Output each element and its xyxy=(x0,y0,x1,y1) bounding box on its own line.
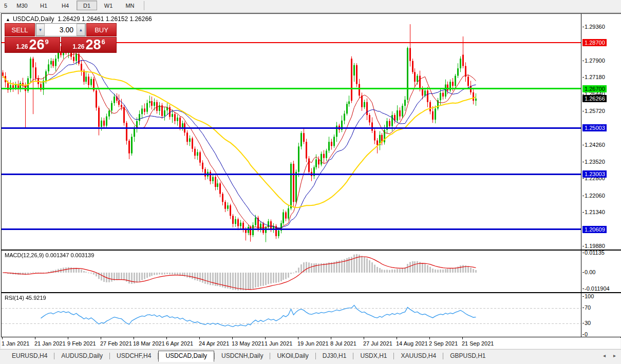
rsi-axis-label: 30 xyxy=(585,320,591,326)
time-axis-label: 2 Sep 2021 xyxy=(429,340,458,347)
buy-button[interactable]: BUY xyxy=(86,23,117,36)
time-axis-label: 21 Sep 2021 xyxy=(462,340,494,347)
price-badge-red: 1.28700 xyxy=(582,39,607,46)
sell-button[interactable]: SELL xyxy=(5,23,35,36)
chart-tabs: EURUSD,H4AUDUSD,DailyUSDCHF,H4USDCAD,Dai… xyxy=(5,351,493,362)
timeframe-button-mn[interactable]: MN xyxy=(120,1,140,10)
buy-price-box[interactable]: 1.26 28 6 xyxy=(61,37,117,53)
time-axis-label: 1 Jan 2021 xyxy=(2,340,29,347)
time-axis-label: 9 Feb 2021 xyxy=(67,340,96,347)
macd-axis-label: -0.011904 xyxy=(585,285,610,292)
time-axis-tick xyxy=(364,337,364,339)
collapse-panel-icon[interactable]: ▲ xyxy=(6,17,10,22)
time-axis-label: 14 Aug 2021 xyxy=(396,340,428,347)
rsi-axis-label: 70 xyxy=(585,304,591,311)
timeframe-button-d1[interactable]: D1 xyxy=(77,1,97,10)
sell-price-big: 26 xyxy=(29,38,45,52)
chart-tab-gbpusd[interactable]: GBPUSD,H1 xyxy=(443,351,492,361)
time-axis-tick xyxy=(166,337,167,339)
one-click-trade-panel: SELL ▼ ▲ BUY 1.26 26 9 1.26 28 6 xyxy=(5,23,117,53)
price-axis-tick: 1.27900 xyxy=(585,58,605,64)
price-axis-tick: 1.25720 xyxy=(585,108,605,114)
chart-ohlc-readout: 1.26429 1.26461 1.26152 1.26266 xyxy=(58,15,152,23)
chart-tab-audusd[interactable]: AUDUSD,Daily xyxy=(54,351,109,361)
time-axis-tick xyxy=(429,337,430,339)
chart-tab-eurusd[interactable]: EURUSD,H4 xyxy=(5,351,54,361)
price-axis-divider[interactable] xyxy=(581,14,581,337)
tab-scroll-right-icon[interactable]: ▸ xyxy=(613,353,616,358)
volume-decrease-button[interactable]: ▼ xyxy=(36,24,45,36)
chart-tab-dj30[interactable]: DJ30,H1 xyxy=(316,351,353,361)
price-axis-tick: 1.27180 xyxy=(585,74,605,80)
macd-axis-label: 0.01135 xyxy=(585,250,605,256)
time-axis-tick xyxy=(265,337,266,339)
time-axis-tick xyxy=(199,337,200,339)
sell-price-box[interactable]: 1.26 26 9 xyxy=(5,37,60,53)
buy-price-prefix: 1.26 xyxy=(72,43,84,50)
chart-symbol-label: USDCAD,Daily xyxy=(13,15,54,23)
horizontal-level-line[interactable] xyxy=(2,174,581,175)
price-badge-blue: 1.20609 xyxy=(582,226,607,233)
timeframe-button-w1[interactable]: W1 xyxy=(98,1,119,10)
rsi-indicator-label: RSI(14) 45.9219 xyxy=(5,295,46,301)
chart-tab-ukoil[interactable]: UKOil,Daily xyxy=(270,351,315,361)
macd-axis-label: 0.00 xyxy=(585,269,595,275)
price-axis-tick: 1.29360 xyxy=(585,24,605,30)
tab-scroll-left-icon[interactable]: ◂ xyxy=(603,353,606,358)
sell-price-sup: 9 xyxy=(45,38,49,46)
volume-spinner: ▼ ▲ xyxy=(35,23,86,36)
time-axis[interactable]: 1 Jan 202121 Jan 20219 Feb 202127 Feb 20… xyxy=(1,337,620,349)
time-axis-tick xyxy=(101,337,101,339)
timeframe-button-h4[interactable]: H4 xyxy=(55,1,76,10)
price-badge-green: 1.26700 xyxy=(582,85,607,92)
time-axis-tick xyxy=(134,337,134,339)
chart-tab-usdchf[interactable]: USDCHF,H4 xyxy=(110,351,158,361)
timeframe-button-m30[interactable]: M30 xyxy=(12,1,32,10)
price-axis: 1.293601.286401.279001.271801.264401.257… xyxy=(582,14,621,337)
time-axis-label: 1 Jun 2021 xyxy=(265,340,292,347)
volume-increase-button[interactable]: ▲ xyxy=(77,24,85,36)
time-axis-tick xyxy=(2,337,3,339)
price-badge-blue: 1.25003 xyxy=(582,124,607,131)
toolbar-separator xyxy=(144,1,144,10)
time-axis-label: 6 Apr 2021 xyxy=(166,340,193,347)
time-axis-label: 19 Jun 2021 xyxy=(297,340,329,347)
rsi-chart-canvas[interactable] xyxy=(2,294,581,337)
chart-title: ▲USDCAD,Daily 1.26429 1.26461 1.26152 1.… xyxy=(6,15,152,23)
time-axis-label: 8 Jul 2021 xyxy=(330,340,356,347)
timeframe-button-5[interactable]: 5 xyxy=(1,1,11,10)
chart-tab-usdx[interactable]: USDX,H1 xyxy=(353,351,393,361)
time-axis-tick xyxy=(331,337,331,339)
horizontal-level-line[interactable] xyxy=(2,228,581,230)
timeframe-button-h1[interactable]: H1 xyxy=(33,1,54,10)
rsi-axis-label: 100 xyxy=(585,293,594,299)
sell-price-prefix: 1.26 xyxy=(16,43,28,50)
trading-terminal: 5M30H1H4D1W1MN ▲USDCAD,Daily 1.26429 1.2… xyxy=(0,0,621,364)
price-axis-tick: 1.22060 xyxy=(585,193,605,199)
panel-separator[interactable] xyxy=(2,292,621,293)
time-axis-tick xyxy=(298,337,298,339)
time-axis-label: 13 May 2021 xyxy=(232,340,265,347)
chart-tab-usdcnh[interactable]: USDCNH,Daily xyxy=(215,351,270,361)
time-axis-tick xyxy=(68,337,68,339)
buy-price-big: 28 xyxy=(86,38,101,52)
chart-tab-bar: EURUSD,H4AUDUSD,DailyUSDCHF,H4USDCAD,Dai… xyxy=(0,349,621,364)
time-axis-tick xyxy=(397,337,397,339)
horizontal-level-line[interactable] xyxy=(2,88,581,89)
price-badge-blue: 1.23003 xyxy=(582,170,607,178)
price-axis-tick: 1.19880 xyxy=(585,243,605,249)
chart-window: ▲USDCAD,Daily 1.26429 1.26461 1.26152 1.… xyxy=(1,13,621,338)
rsi-axis-label: 0 xyxy=(585,331,588,337)
panel-separator[interactable] xyxy=(2,250,621,251)
timeframe-toolbar: 5M30H1H4D1W1MN xyxy=(0,0,621,13)
volume-input[interactable] xyxy=(45,24,77,36)
time-axis-label: 24 Apr 2021 xyxy=(199,340,229,347)
time-axis-tick xyxy=(232,337,233,339)
price-badge-black: 1.26266 xyxy=(582,95,607,102)
time-axis-label: 27 Jul 2021 xyxy=(363,340,392,347)
macd-indicator-label: MACD(12,26,9) 0.001347 0.003139 xyxy=(5,252,94,258)
chart-tab-xauusd[interactable]: XAUUSD,H4 xyxy=(394,351,443,361)
horizontal-level-line[interactable] xyxy=(2,127,581,129)
chart-tab-usdcad[interactable]: USDCAD,Daily xyxy=(158,351,214,362)
price-axis-tick: 1.23520 xyxy=(585,159,605,165)
